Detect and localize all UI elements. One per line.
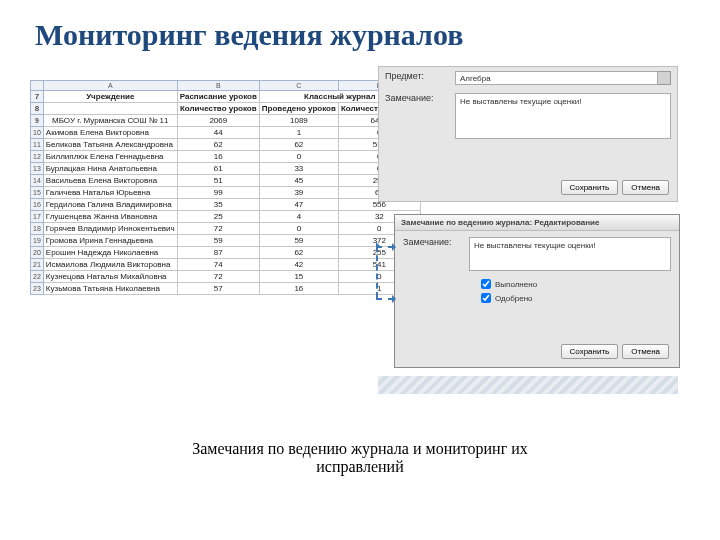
teacher-name: Кузьмова Татьяна Николаевна: [43, 283, 177, 295]
table-row: 21Исмаилова Людмила Викторовна7442541: [31, 259, 421, 271]
note-edit-dialog: Замечание по ведению журнала: Редактиров…: [394, 214, 680, 368]
caption: Замечания по ведению журнала и мониторин…: [0, 440, 720, 476]
institution-name: МБОУ г. Мурманска СОШ № 11: [43, 115, 177, 127]
row-number: 16: [31, 199, 44, 211]
row-number: 7: [31, 91, 44, 103]
row-number: 10: [31, 127, 44, 139]
corner-cell: [31, 81, 44, 91]
table-row: 19Громова Ирина Геннадьевна5959372: [31, 235, 421, 247]
cell-c: 0: [259, 223, 338, 235]
subject-label: Предмет:: [385, 71, 455, 81]
table-row: 16Гердилова Галина Владимировна3547556: [31, 199, 421, 211]
row-number: 18: [31, 223, 44, 235]
hdr-blank: [43, 103, 177, 115]
hdr-lessons-held: Проведено уроков: [259, 103, 338, 115]
teacher-name: Беликова Татьяна Александровна: [43, 139, 177, 151]
subject-dropdown-icon[interactable]: [658, 71, 671, 85]
row-number: 12: [31, 151, 44, 163]
cell-b: 99: [177, 187, 259, 199]
cell-c: 33: [259, 163, 338, 175]
page-title: Мониторинг ведения журналов: [0, 0, 720, 60]
approved-checkbox-label: Одобрено: [495, 294, 533, 303]
row-number: 9: [31, 115, 44, 127]
teacher-name: Биллиплюк Елена Геннадьевна: [43, 151, 177, 163]
hdr-schedule: Расписание уроков: [177, 91, 259, 103]
cancel-button[interactable]: Отмена: [622, 180, 669, 195]
note-textarea[interactable]: Не выставлены текущие оценки!: [469, 237, 671, 271]
table-row: 15Галичева Наталья Юрьевна993969: [31, 187, 421, 199]
note-editor-panel: Предмет: Алгебра Замечание: Не выставлен…: [378, 66, 678, 202]
cell-b: 72: [177, 271, 259, 283]
table-row: 11Беликова Татьяна Александровна6262515: [31, 139, 421, 151]
cell-b: 59: [177, 235, 259, 247]
cell-b: 16: [177, 151, 259, 163]
cell-b: 57: [177, 283, 259, 295]
dialog-title: Замечание по ведению журнала: Редактиров…: [395, 215, 679, 231]
save-button[interactable]: Сохранить: [561, 344, 619, 359]
cell-b: 51: [177, 175, 259, 187]
row-number: 21: [31, 259, 44, 271]
cell-b: 35: [177, 199, 259, 211]
table-row: 23Кузьмова Татьяна Николаевна57161: [31, 283, 421, 295]
row-number: 15: [31, 187, 44, 199]
row-number: 22: [31, 271, 44, 283]
cell-c: 62: [259, 139, 338, 151]
caption-line1: Замечания по ведению журнала и мониторин…: [192, 440, 528, 457]
note-textarea[interactable]: Не выставлены текущие оценки!: [455, 93, 671, 139]
cell-c: 0: [259, 151, 338, 163]
footer-stripes: [378, 376, 678, 394]
approved-checkbox-input[interactable]: [481, 293, 491, 303]
spreadsheet: A B C D 7 Учреждение Расписание уроков К…: [30, 80, 421, 295]
cell-b: 87: [177, 247, 259, 259]
teacher-name: Галичева Наталья Юрьевна: [43, 187, 177, 199]
arrow-connector: [376, 246, 394, 248]
cell-c: 15: [259, 271, 338, 283]
col-header-c: C: [259, 81, 338, 91]
teacher-name: Гердилова Галина Владимировна: [43, 199, 177, 211]
table-row: 18Горячев Владимир Иннокентьевич7200: [31, 223, 421, 235]
cell-c: 42: [259, 259, 338, 271]
stage: A B C D 7 Учреждение Расписание уроков К…: [0, 60, 720, 480]
cell-c: 4: [259, 211, 338, 223]
row-number: 13: [31, 163, 44, 175]
cancel-button[interactable]: Отмена: [622, 344, 669, 359]
cell-b: 72: [177, 223, 259, 235]
inst-val-b: 2069: [177, 115, 259, 127]
teacher-name: Бурлацкая Нина Анатольевна: [43, 163, 177, 175]
table-row: 20Ерошин Надежда Николаевна8762255: [31, 247, 421, 259]
cell-b: 61: [177, 163, 259, 175]
table-row: 10Акимова Елена Викторовна4410: [31, 127, 421, 139]
inst-val-c: 1089: [259, 115, 338, 127]
hdr-institution: Учреждение: [43, 91, 177, 103]
cell-c: 47: [259, 199, 338, 211]
table-row: 13Бурлацкая Нина Анатольевна61330: [31, 163, 421, 175]
table-row: 14Васильева Елена Викторовна5145257: [31, 175, 421, 187]
cell-b: 62: [177, 139, 259, 151]
table-row: 12Биллиплюк Елена Геннадьевна1600: [31, 151, 421, 163]
cell-c: 1: [259, 127, 338, 139]
teacher-name: Акимова Елена Викторовна: [43, 127, 177, 139]
done-checkbox-input[interactable]: [481, 279, 491, 289]
save-button[interactable]: Сохранить: [561, 180, 619, 195]
hdr-lesson-count: Количество уроков: [177, 103, 259, 115]
row-number: 19: [31, 235, 44, 247]
teacher-name: Ерошин Надежда Николаевна: [43, 247, 177, 259]
approved-checkbox[interactable]: Одобрено: [481, 291, 679, 305]
teacher-name: Васильева Елена Викторовна: [43, 175, 177, 187]
teacher-name: Исмаилова Людмила Викторовна: [43, 259, 177, 271]
cell-c: 59: [259, 235, 338, 247]
arrow-connector: [376, 298, 394, 300]
cell-c: 45: [259, 175, 338, 187]
table-row: 17Глушенцева Жанна Ивановна25432: [31, 211, 421, 223]
cell-b: 44: [177, 127, 259, 139]
row-number: 20: [31, 247, 44, 259]
cell-c: 16: [259, 283, 338, 295]
cell-c: 62: [259, 247, 338, 259]
note-label: Замечание:: [403, 237, 469, 247]
col-header-b: B: [177, 81, 259, 91]
subject-field[interactable]: Алгебра: [455, 71, 658, 85]
cell-b: 25: [177, 211, 259, 223]
done-checkbox[interactable]: Выполнено: [481, 277, 679, 291]
row-number: 23: [31, 283, 44, 295]
teacher-name: Кузнецова Наталья Михайловна: [43, 271, 177, 283]
